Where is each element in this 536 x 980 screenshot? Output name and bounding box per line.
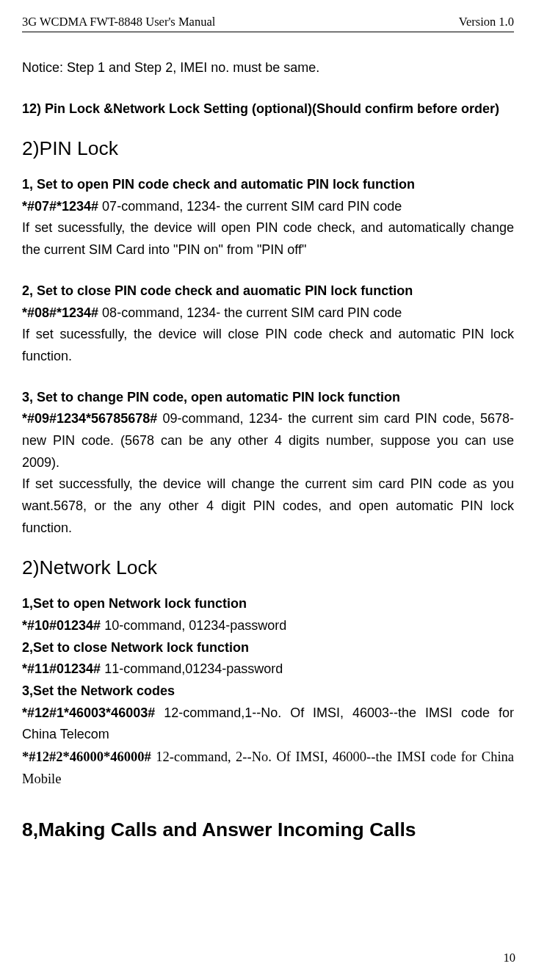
pin-s1-cmd-line: *#07#*1234# 07-command, 1234- the curren… [22, 196, 514, 218]
net-s2-cmd: *#11#01234# [22, 661, 101, 676]
pin-s3-cmd: *#09#1234*56785678# [22, 411, 157, 426]
pin-s3-cmd-line: *#09#1234*56785678# 09-command, 1234- th… [22, 408, 514, 473]
pin-s2-title: 2, Set to close PIN code check and auoma… [22, 280, 514, 302]
net-s4-cmd-line: *#12#2*46000*46000# 12-command, 2--No. O… [22, 746, 514, 791]
pin-s2-cmd-line: *#08#*1234# 08-command, 1234- the curren… [22, 302, 514, 324]
net-s3-cmd: *#12#1*46003*46003# [22, 705, 155, 720]
net-s1-title: 1,Set to open Network lock function [22, 593, 514, 615]
net-s2-cmd-line: *#11#01234# 11-command,01234-password [22, 658, 514, 680]
network-lock-heading: 2)Network Lock [22, 552, 514, 584]
header-right: Version 1.0 [459, 15, 514, 29]
net-s1-cmdrest: 10-command, 01234-password [101, 618, 286, 633]
page-number: 10 [504, 951, 516, 965]
notice-line: Notice: Step 1 and Step 2, IMEI no. must… [22, 57, 514, 79]
net-s2-cmdrest: 11-command,01234-password [101, 661, 283, 676]
page-header: 3G WCDMA FWT-8848 User's Manual Version … [22, 15, 514, 32]
pin-s2-cmd: *#08#*1234# [22, 305, 98, 320]
net-s2-title: 2,Set to close Network lock function [22, 637, 514, 659]
net-s4-cmd: *#12#2*46000*46000# [22, 749, 151, 764]
net-s1-cmd: *#10#01234# [22, 618, 101, 633]
section-8-heading: 8,Making Calls and Answer Incoming Calls [22, 814, 514, 846]
net-s1-cmd-line: *#10#01234# 10-command, 01234-password [22, 615, 514, 637]
pin-s3-desc: If set successfully, the device will cha… [22, 473, 514, 539]
pin-lock-heading: 2)PIN Lock [22, 133, 514, 165]
pin-s1-desc: If set sucessfully, the device will open… [22, 217, 514, 261]
document-body: Notice: Step 1 and Step 2, IMEI no. must… [22, 57, 514, 846]
pin-s1-cmdrest: 07-command, 1234- the current SIM card P… [98, 199, 402, 214]
pin-s2-cmdrest: 08-command, 1234- the current SIM card P… [98, 305, 402, 320]
pin-s1-title: 1, Set to open PIN code check and automa… [22, 174, 514, 196]
pin-s1-cmd: *#07#*1234# [22, 199, 98, 214]
pin-s2-desc: If set sucessfully, the device will clos… [22, 324, 514, 367]
pin-s3-title: 3, Set to change PIN code, open automati… [22, 387, 514, 409]
header-left: 3G WCDMA FWT-8848 User's Manual [22, 15, 215, 29]
section-12-title: 12) Pin Lock &Network Lock Setting (opti… [22, 98, 514, 120]
net-s3-title: 3,Set the Network codes [22, 680, 514, 703]
net-s3-cmd-line: *#12#1*46003*46003# 12-command,1--No. Of… [22, 703, 514, 746]
